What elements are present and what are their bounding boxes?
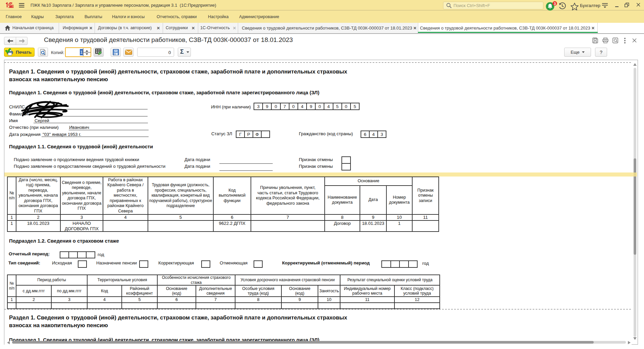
svg-text:3: 3: [554, 2, 556, 6]
